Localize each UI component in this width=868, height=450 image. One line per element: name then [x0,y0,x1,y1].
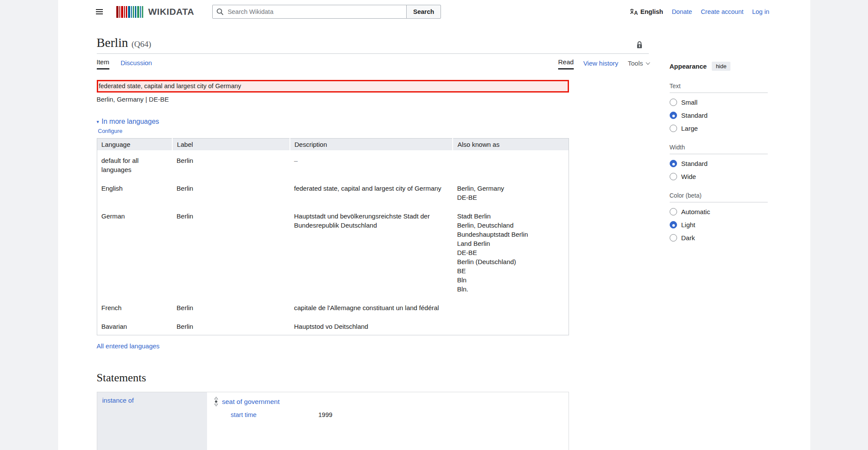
collapse-triangle-icon: ▾ [97,119,99,125]
configure-link[interactable]: Configure [98,128,649,134]
entity-aliases: Berlin, Germany | DE-BE [97,96,649,103]
color-automatic-option[interactable]: Automatic [670,208,768,215]
appearance-panel: Appearance hide Text Small Standard Larg… [670,62,768,242]
log-in-link[interactable]: Log in [752,8,769,15]
donate-link[interactable]: Donate [672,8,692,15]
all-entered-languages-link[interactable]: All entered languages [97,342,160,350]
wikidata-page: WIKIDATA Search A English Donate Create … [58,0,810,450]
text-small-option[interactable]: Small [670,99,768,106]
language-row-english: English Berlin federated state, capital … [97,178,569,206]
user-links: A English Donate Create account Log in [630,8,769,15]
wikidata-barcode-icon [116,6,143,18]
search-button[interactable]: Search [406,5,441,19]
radio-icon[interactable] [670,221,677,228]
hide-appearance-button[interactable]: hide [712,62,730,71]
top-bar: WIKIDATA Search A English Donate Create … [58,0,810,23]
radio-icon[interactable] [670,234,677,242]
statement-group: instance of seat of government start tim… [97,392,569,450]
property-link[interactable]: instance of [102,397,134,404]
language-icon: A [630,8,638,15]
radio-icon[interactable] [670,160,677,167]
page-tabs: Item Discussion Read View history Tools [97,58,649,69]
wikidata-logo[interactable]: WIKIDATA [116,6,194,18]
width-wide-option[interactable]: Wide [670,173,768,180]
rank-selector-icon[interactable] [214,397,218,407]
in-more-languages-toggle[interactable]: ▾ In more languages [97,118,159,126]
col-language: Language [97,139,172,151]
radio-icon[interactable] [670,208,677,215]
qualifier-property-link[interactable]: start time [231,411,319,418]
create-account-link[interactable]: Create account [701,8,743,15]
radio-icon[interactable] [670,99,677,106]
tools-menu[interactable]: Tools [628,60,648,69]
entity-description-highlighted[interactable]: federated state, capital and largest cit… [97,80,569,93]
tab-discussion[interactable]: Discussion [121,58,152,69]
wikidata-wordmark: WIKIDATA [148,7,194,17]
language-row-default: default for all languages Berlin – [97,150,569,178]
search-icon [216,8,224,16]
width-section-label: Width [670,144,768,154]
content-area: Berlin(Q64) Item Discussion Read View hi… [97,23,649,450]
protection-lock-icon [636,41,643,49]
radio-icon[interactable] [670,173,677,180]
languages-table: Language Label Description Also known as… [97,138,569,335]
chevron-down-icon [645,60,650,65]
statements-heading: Statements [97,371,649,384]
page-title-row: Berlin(Q64) [97,36,649,54]
main-menu-button[interactable] [93,5,106,18]
language-selector[interactable]: A English [630,8,663,15]
tab-read[interactable]: Read [558,58,574,69]
language-row-german: German Berlin Hauptstadt und bevölkerung… [97,206,569,298]
tab-view-history[interactable]: View history [583,60,618,69]
language-label: English [641,8,663,15]
entity-id: (Q64) [132,40,151,49]
search-input[interactable] [212,5,407,19]
text-section-label: Text [670,83,768,93]
radio-icon[interactable] [670,112,677,119]
hamburger-icon [96,9,103,10]
width-standard-option[interactable]: Standard [670,160,768,167]
svg-text:A: A [634,10,638,15]
color-light-option[interactable]: Light [670,221,768,228]
text-standard-option[interactable]: Standard [670,112,768,119]
text-large-option[interactable]: Large [670,125,768,132]
search-bar: Search [212,5,441,19]
language-row-french: French Berlin capitale de l'Allemagne co… [97,298,569,316]
appearance-title: Appearance [670,63,707,70]
languages-table-header: Language Label Description Also known as [97,139,569,151]
qualifier-value: 1999 [319,411,332,418]
radio-icon[interactable] [670,125,677,132]
language-row-bavarian: Bavarian Berlin Hauptstod vo Deitschland [97,316,569,335]
tab-item[interactable]: Item [97,58,109,69]
col-label: Label [172,139,290,151]
color-section-label: Color (beta) [670,192,768,202]
statement-value-link[interactable]: seat of government [222,398,280,406]
col-description: Description [290,139,453,151]
page-title: Berlin(Q64) [97,36,151,49]
col-also-known-as: Also known as [453,139,569,151]
color-dark-option[interactable]: Dark [670,234,768,242]
